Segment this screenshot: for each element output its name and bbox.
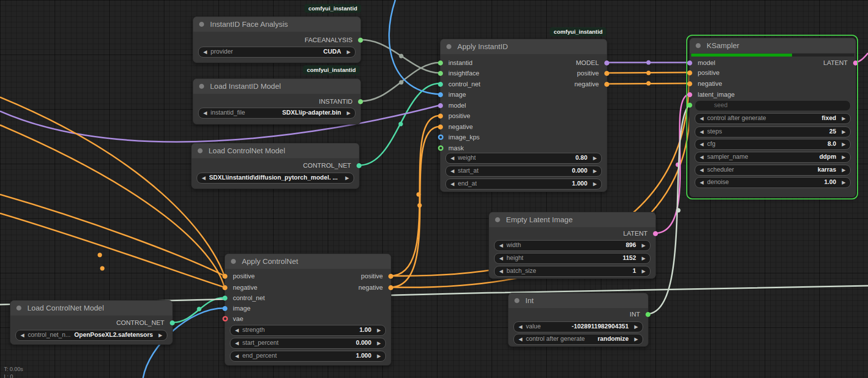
widget-provider[interactable]: ◀providerCUDA▶ [198,47,356,58]
widget-right-arrow-icon[interactable]: ▶ [840,114,848,123]
node-title[interactable]: Load InstantID Model [193,79,361,94]
widget-control-after-generate[interactable]: ◀control after generatefixed▶ [695,113,851,124]
node-load-instantid-model[interactable]: Load InstantID ModelINSTANTID◀instantid_… [193,78,361,125]
widget-left-arrow-icon[interactable]: ◀ [200,173,208,183]
collapse-dot-icon[interactable] [231,259,236,264]
input-port-model[interactable] [438,103,443,108]
output-port-negative[interactable] [604,82,609,87]
widget-left-arrow-icon[interactable]: ◀ [698,165,706,175]
widget-start_percent[interactable]: ◀start_percent0.000▶ [230,338,386,349]
widget-left-arrow-icon[interactable]: ◀ [233,351,241,361]
widget-right-arrow-icon[interactable]: ▶ [632,322,640,331]
widget-start_at[interactable]: ◀start_at0.000▶ [445,166,602,177]
widget-scheduler[interactable]: ◀schedulerkarras▶ [695,165,851,176]
output-port-LATENT[interactable] [853,61,858,65]
widget-right-arrow-icon[interactable]: ▶ [640,241,648,250]
widget-left-arrow-icon[interactable]: ◀ [233,338,241,348]
widget-left-arrow-icon[interactable]: ◀ [516,322,524,331]
widget-right-arrow-icon[interactable]: ▶ [375,338,383,348]
output-port-positive[interactable] [604,71,609,76]
widget-left-arrow-icon[interactable]: ◀ [497,241,505,250]
node-title[interactable]: Apply ControlNet [225,254,391,269]
widget-width[interactable]: ◀width896▶ [494,240,651,251]
node-apply-controlnet[interactable]: Apply ControlNetpositivenegativecontrol_… [224,253,391,366]
widget-combo[interactable]: ◀SDXL\instantid\diffusion_pytorch_model.… [197,173,354,184]
output-port-INT[interactable] [646,312,651,317]
node-title[interactable]: Int [508,293,648,308]
widget-left-arrow-icon[interactable]: ◀ [448,166,456,176]
output-port-MODEL[interactable] [604,61,609,65]
output-port-INSTANTID[interactable] [358,99,363,104]
widget-right-arrow-icon[interactable]: ▶ [640,266,648,276]
output-port-FACEANALYSIS[interactable] [358,38,363,43]
widget-steps[interactable]: ◀steps25▶ [695,126,851,137]
widget-right-arrow-icon[interactable]: ▶ [840,139,848,149]
widget-instantid_file[interactable]: ◀instantid_fileSDXL\ip-adapter.bin▶ [198,108,356,119]
widget-right-arrow-icon[interactable]: ▶ [840,165,848,175]
widget-right-arrow-icon[interactable]: ▶ [840,152,848,162]
collapse-dot-icon[interactable] [199,84,204,89]
widget-denoise[interactable]: ◀denoise1.00▶ [695,177,851,188]
node-title[interactable]: InstantID Face Analysis [193,17,361,32]
widget-sampler_name[interactable]: ◀sampler_nameddpm▶ [695,152,851,163]
widget-left-arrow-icon[interactable]: ◀ [497,266,505,276]
node-int[interactable]: IntINT◀value-1028911982904351▶◀control a… [508,293,649,347]
collapse-dot-icon[interactable] [199,22,204,27]
input-port-vae[interactable] [222,316,228,321]
widget-right-arrow-icon[interactable]: ▶ [375,325,383,335]
input-port-latent_image[interactable] [687,92,692,97]
node-graph-canvas[interactable]: T: 0.00s L: 0 InstantID Face AnalysisFAC… [0,0,868,378]
widget-right-arrow-icon[interactable]: ▶ [345,47,353,57]
input-port-positive[interactable] [438,114,443,119]
widget-height[interactable]: ◀height1152▶ [494,253,651,264]
widget-left-arrow-icon[interactable]: ◀ [448,153,456,163]
output-port-CONTROL_NET[interactable] [170,320,175,325]
widget-left-arrow-icon[interactable]: ◀ [698,139,706,149]
widget-end_at[interactable]: ◀end_at1.000▶ [445,179,602,189]
node-load-controlnet-model-openpose[interactable]: Load ControlNet ModelCONTROL_NET◀control… [10,300,173,345]
widget-right-arrow-icon[interactable]: ▶ [591,153,599,163]
widget-right-arrow-icon[interactable]: ▶ [640,253,648,263]
output-port-CONTROL_NET[interactable] [357,163,362,168]
widget-right-arrow-icon[interactable]: ▶ [156,330,164,340]
widget-left-arrow-icon[interactable]: ◀ [18,330,26,340]
widget-cfg[interactable]: ◀cfg8.0▶ [695,139,851,150]
widget-right-arrow-icon[interactable]: ▶ [343,173,351,183]
widget-strength[interactable]: ◀strength1.00▶ [230,325,386,336]
widget-value[interactable]: ◀value-1028911982904351▶ [513,321,643,332]
node-title[interactable]: Load ControlNet Model [192,143,359,158]
widget-left-arrow-icon[interactable]: ◀ [698,127,706,136]
widget-end_percent[interactable]: ◀end_percent1.000▶ [230,351,386,362]
input-port-seed[interactable] [687,103,692,108]
widget-right-arrow-icon[interactable]: ▶ [840,178,848,187]
node-empty-latent-image[interactable]: Empty Latent ImageLATENT◀width896▶◀heigh… [489,212,656,279]
node-title[interactable]: Empty Latent Image [489,212,655,227]
input-port-negative[interactable] [687,81,692,86]
output-port-positive[interactable] [388,274,393,279]
collapse-dot-icon[interactable] [696,43,701,48]
widget-right-arrow-icon[interactable]: ▶ [840,127,848,136]
widget-left-arrow-icon[interactable]: ◀ [698,114,706,123]
collapse-dot-icon[interactable] [16,306,21,311]
widget-batch_size[interactable]: ◀batch_size1▶ [494,266,651,277]
widget-right-arrow-icon[interactable]: ▶ [632,334,640,344]
input-port-control_net[interactable] [222,296,227,301]
input-port-image_kps[interactable] [438,134,443,140]
node-ksampler[interactable]: KSamplermodelpositivenegativelatent_imag… [689,38,856,197]
node-title[interactable]: Load ControlNet Model [10,301,172,315]
widget-left-arrow-icon[interactable]: ◀ [233,325,241,335]
widget-left-arrow-icon[interactable]: ◀ [516,334,524,344]
widget-left-arrow-icon[interactable]: ◀ [201,47,209,57]
widget-left-arrow-icon[interactable]: ◀ [698,178,706,187]
input-port-mask[interactable] [438,145,443,151]
output-port-LATENT[interactable] [653,231,658,236]
node-title[interactable]: Apply InstantID [440,39,607,54]
node-title[interactable]: KSampler [690,38,856,53]
input-port-positive[interactable] [687,70,692,75]
input-port-negative[interactable] [438,125,443,129]
collapse-dot-icon[interactable] [198,148,203,153]
collapse-dot-icon[interactable] [514,298,519,303]
widget-control_net_n-[interactable]: ◀control_net_n...OpenPoseXL2.safetensors… [15,330,167,341]
output-port-negative[interactable] [388,285,393,290]
collapse-dot-icon[interactable] [495,217,500,222]
